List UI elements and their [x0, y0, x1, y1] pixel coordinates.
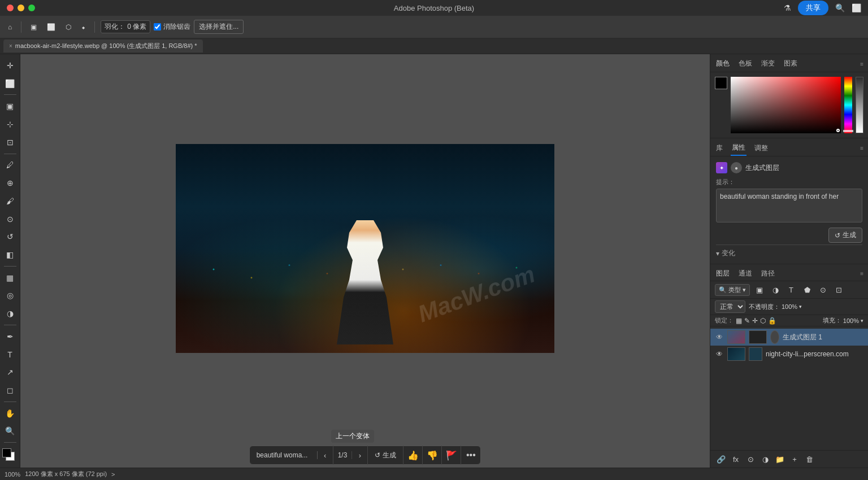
gen-prev-button[interactable]: ‹	[318, 446, 333, 465]
tab-label: macbook-air-m2-lifestyle.webp @ 100% (生成…	[15, 42, 197, 50]
magic-select-button[interactable]: ⬥	[78, 21, 89, 33]
adjustments-tab[interactable]: 调整	[753, 141, 769, 155]
lock-transparent-icon[interactable]: ▦	[736, 317, 742, 325]
props-panel-options[interactable]: ≡	[860, 145, 863, 151]
history-tool[interactable]: ↺	[2, 229, 18, 245]
layer-filter-shape[interactable]: ⬟	[801, 283, 813, 296]
layers-panel-options[interactable]: ≡	[860, 270, 863, 277]
prompt-label: 提示：	[716, 178, 862, 186]
clone-tool[interactable]: ⊙	[2, 211, 18, 227]
gradient-tab[interactable]: 渐变	[760, 56, 776, 72]
layer-filter-pixel[interactable]: ▣	[753, 283, 766, 296]
zoom-tool[interactable]: 🔍	[2, 424, 18, 439]
add-link-button[interactable]: 🔗	[715, 453, 727, 465]
lock-pixels-icon[interactable]: ✎	[744, 317, 750, 325]
color-foreground-swatch[interactable]	[715, 77, 727, 89]
move-tool[interactable]: ✛	[2, 58, 18, 73]
layer-filter-adjust[interactable]: ◑	[769, 283, 782, 296]
library-tab[interactable]: 库	[715, 141, 724, 155]
color-alpha-bar[interactable]	[856, 77, 863, 133]
lasso-select-button[interactable]: ⬡	[62, 21, 75, 33]
properties-tab[interactable]: 属性	[731, 141, 747, 156]
layer-item-generative[interactable]: 👁 生成式图层 1	[710, 329, 868, 346]
gen-generate-label: 生成	[383, 451, 396, 460]
gen-generate-button[interactable]: ↺ 生成	[368, 446, 403, 465]
eraser-tool[interactable]: ◧	[2, 247, 18, 263]
frame-tool[interactable]: ⊡	[2, 134, 18, 150]
variation-label[interactable]: ▾ 变化	[716, 248, 862, 258]
dodge-tool[interactable]: ◑	[2, 306, 18, 321]
canvas-scroll[interactable]: MacW.com MacW.com	[20, 54, 710, 443]
color-gradient-picker[interactable]	[731, 77, 841, 133]
document-tab[interactable]: × macbook-air-m2-lifestyle.webp @ 100% (…	[3, 40, 203, 53]
layer-filter-button[interactable]: 🔍 类型 ▾	[715, 284, 750, 296]
layer-item-city[interactable]: 👁 night-city-li...perscreen.com	[710, 346, 868, 363]
minimize-button[interactable]	[18, 5, 24, 11]
path-tool[interactable]: ↗	[2, 364, 18, 380]
shape-tool[interactable]: ◻	[2, 382, 18, 398]
color-hue-cursor	[843, 130, 853, 132]
gradient-tool[interactable]: ▦	[2, 270, 18, 286]
swatches-tab[interactable]: 色板	[737, 56, 753, 72]
layers-tab[interactable]: 图层	[715, 267, 731, 281]
layer-filter-smart[interactable]: ⊙	[817, 283, 829, 296]
variation-text: 变化	[722, 248, 735, 258]
prompt-textarea[interactable]	[716, 189, 862, 222]
layer-filter-text[interactable]: T	[785, 283, 797, 296]
feather-value[interactable]: 0 像素	[127, 22, 146, 32]
spot-heal-tool[interactable]: ⊕	[2, 175, 18, 191]
color-swatch[interactable]	[2, 448, 18, 464]
text-tool[interactable]: T	[2, 347, 18, 363]
gen-more-button[interactable]: •••	[461, 446, 480, 465]
gen-flag-button[interactable]: 🚩	[442, 446, 461, 465]
color-tab[interactable]: 颜色	[715, 56, 731, 72]
add-layer-button[interactable]: +	[788, 453, 801, 465]
fill-value[interactable]: 100%	[843, 317, 859, 324]
window-resize-icon[interactable]: ⬜	[852, 3, 861, 12]
blend-mode-select[interactable]: 正常	[715, 300, 745, 313]
rect-select-tool[interactable]: ▣	[2, 98, 18, 114]
brush-tool[interactable]: 🖌	[2, 193, 18, 209]
artboard-tool[interactable]: ⬜	[2, 76, 18, 91]
hand-tool[interactable]: ✋	[2, 405, 18, 421]
home-button[interactable]: ⌂	[5, 21, 15, 33]
share-button[interactable]: 共享	[798, 1, 828, 15]
zoom-level[interactable]: 100%	[5, 471, 20, 478]
opacity-value[interactable]: 100%	[782, 303, 797, 310]
add-group-button[interactable]: 📁	[774, 453, 786, 465]
close-button[interactable]	[7, 5, 14, 11]
add-fx-button[interactable]: fx	[730, 453, 742, 465]
select-subject-button[interactable]: 选择并遮住...	[194, 20, 244, 34]
eyedropper-tool[interactable]: 🖊	[2, 158, 18, 173]
color-panel: 颜色 色板 渐变 图素 ≡	[710, 54, 868, 138]
channels-tab[interactable]: 通道	[737, 267, 753, 281]
delete-layer-button[interactable]: 🗑	[803, 453, 815, 465]
layer-visibility-generative[interactable]: 👁	[715, 333, 724, 342]
properties-generate-button[interactable]: ↺ 生成	[828, 228, 862, 243]
pen-tool[interactable]: ✒	[2, 329, 18, 344]
blur-tool[interactable]: ◎	[2, 288, 18, 304]
foreground-color-swatch[interactable]	[2, 448, 11, 457]
layer-filter-toggle[interactable]: ⊡	[832, 283, 845, 296]
color-panel-options[interactable]: ≡	[860, 61, 863, 67]
layer-visibility-city[interactable]: 👁	[715, 350, 724, 359]
lock-all-icon[interactable]: 🔒	[768, 317, 776, 325]
anti-alias-checkbox[interactable]	[154, 23, 161, 30]
ellipse-select-button[interactable]: ⬜	[44, 21, 59, 33]
rect-select-button[interactable]: ▣	[27, 21, 40, 33]
crop-tool[interactable]: ⊹	[2, 116, 18, 132]
gen-thumbup-button[interactable]: 👍	[403, 446, 423, 465]
tab-close-icon[interactable]: ×	[9, 43, 12, 49]
add-adjustment-button[interactable]: ◑	[759, 453, 771, 465]
status-arrow[interactable]: >	[111, 471, 115, 478]
patterns-tab[interactable]: 图素	[783, 56, 798, 72]
search-icon[interactable]: 🔍	[835, 3, 845, 12]
gen-thumbdown-button[interactable]: 👎	[423, 446, 442, 465]
lock-artboard-icon[interactable]: ⬡	[760, 317, 766, 325]
color-hue-bar[interactable]	[844, 77, 852, 133]
lock-position-icon[interactable]: ✛	[752, 317, 758, 325]
maximize-button[interactable]	[28, 5, 35, 11]
paths-tab[interactable]: 路径	[760, 267, 776, 281]
add-mask-button[interactable]: ⊙	[744, 453, 757, 465]
gen-next-button[interactable]: ›	[352, 446, 368, 465]
